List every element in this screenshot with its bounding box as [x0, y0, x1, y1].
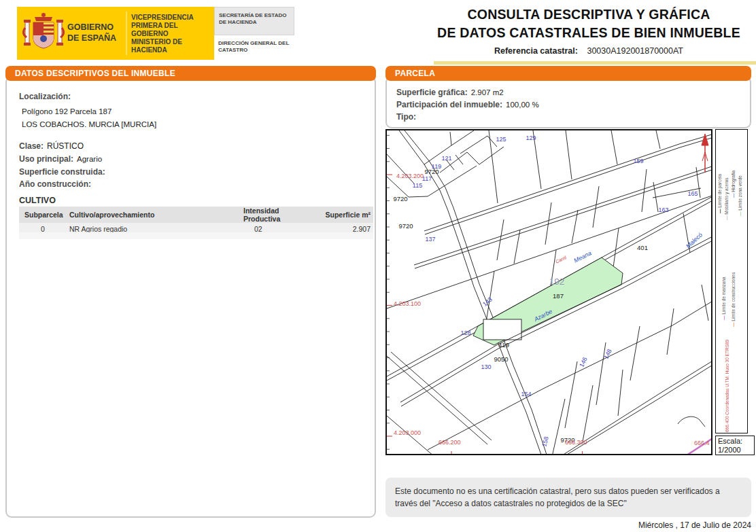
legend-entry: — Límite zona verde [738, 133, 743, 216]
legend-entry: — Límite de construcciones [732, 234, 736, 327]
participacion-label: Participación del inmueble: [396, 100, 502, 109]
col-subparcela: Subparcela [19, 207, 67, 223]
disclaimer-box: Este documento no es una certificación c… [385, 478, 751, 517]
map-label: 4.203.200 [396, 173, 424, 179]
document-title-line2: DE DATOS CATASTRALES DE BIEN INMUEBLE [422, 25, 756, 41]
government-logo-band: GOBIERNO DE ESPAÑA VICEPRESIDENCIA PRIME… [17, 7, 214, 60]
escala-value: 1/2000 [718, 446, 754, 455]
tipo-value [416, 112, 419, 122]
map-label: 666.200 [439, 439, 461, 446]
uso-label: Uso principal: [19, 154, 73, 164]
map-label: 128 [460, 330, 470, 336]
anio-construccion-label: Año construcción: [19, 179, 91, 189]
map-label: 121 [441, 155, 451, 162]
logo-divider [126, 12, 127, 55]
map-label: 159 [633, 158, 643, 164]
col-intensidad: Intensidad Productiva [241, 207, 319, 223]
gobierno-espana-label: GOBIERNO DE ESPAÑA [67, 22, 123, 43]
tipo-label: Tipo: [396, 112, 416, 122]
legend-swatch: — [724, 215, 729, 220]
escala-label: Escala: [718, 437, 754, 446]
localizacion-line2: LOS COBACHOS. MURCIA [MURCIA] [22, 120, 156, 128]
document-title-line1: CONSULTA DESCRIPTIVA Y GRÁFICA [422, 7, 756, 22]
cultivo-header-row: Subparcela Cultivo/aprovechamiento Inten… [19, 207, 373, 223]
uso-value: Agrario [73, 155, 102, 163]
localizacion-label: Localización: [19, 92, 71, 101]
map-label: 9050 [494, 355, 508, 363]
superficie-construida-label: Superficie construida: [19, 167, 105, 177]
document-date: Miércoles , 17 de Julio de 2024 [385, 520, 751, 530]
col-cultivo: Cultivo/aprovechamiento [67, 207, 241, 223]
map-label: 419 [498, 341, 509, 349]
uso-row: Uso principal:Agrario [19, 154, 102, 164]
referencia-catastral: Referencia catastral: 30030A192001870000… [422, 46, 756, 56]
map-label: 9720 [393, 195, 407, 202]
map-label: 125 [496, 136, 506, 143]
direccion-general-label: DIRECCIÓN GENERAL DEL CATASTRO [214, 35, 294, 60]
participacion-row: Participación del inmueble:100,00 % [396, 100, 539, 109]
map-label: 192 [549, 277, 565, 287]
clase-row: Clase:RÚSTICO [19, 141, 84, 151]
superficie-grafica-value: 2.907 m2 [468, 88, 504, 96]
yellow-divider [434, 61, 756, 65]
map-label: 137 [425, 236, 435, 243]
cultivo-title: CULTIVO [19, 196, 56, 205]
col-superficie: Superficie m² [319, 207, 373, 223]
superficie-construida-row: Superficie construida: [19, 167, 109, 177]
superficie-construida-value [105, 167, 109, 177]
legend-swatch: — [717, 208, 722, 213]
legend-entry: — Mobiliario y aceras [725, 133, 729, 220]
map-label: 187 [553, 292, 564, 300]
map-label: 115 [413, 182, 422, 189]
vicepresidencia-label: VICEPRESIDENCIA PRIMERA DEL GOBIERNO [131, 14, 213, 38]
left-panel-header: DATOS DESCRIPTIVOS DEL INMUEBLE [5, 66, 376, 81]
legend-entry: — Límite de manzana [722, 234, 727, 320]
map-label: 130 [481, 363, 491, 370]
ministerio-label: MINISTERIO DE HACIENDA [131, 38, 213, 54]
cadastral-map: 1251291211191171151591651631371431281301… [385, 129, 712, 455]
map-label: 163 [658, 207, 668, 213]
map-label: 129 [526, 135, 536, 141]
spain-coat-of-arms-icon [22, 12, 65, 55]
cadastral-document: GOBIERNO DE ESPAÑA VICEPRESIDENCIA PRIME… [0, 0, 756, 532]
superficie-grafica-label: Superficie gráfica: [396, 88, 468, 97]
map-label: 4.203.000 [394, 429, 421, 436]
map-label: 154 [521, 391, 531, 397]
cultivo-table: Subparcela Cultivo/aprovechamiento Inten… [19, 207, 373, 234]
legend-swatch: — [738, 211, 742, 216]
utm-coordinates-note: 666.400 Coordenadas U.TM. Huso 30 ETRS89 [725, 325, 729, 432]
scale-box: Escala: 1/2000 [715, 436, 755, 455]
map-label: 9720 [424, 168, 439, 175]
left-panel-box: Localización: Polígono 192 Parcela 187 L… [5, 76, 376, 518]
north-arrow-icon [702, 134, 708, 173]
map-label: 4.203.100 [394, 300, 421, 307]
parcela-box: Superficie gráfica:2.907 m2 Participació… [385, 76, 751, 128]
map-label: 401 [637, 244, 648, 251]
legend-entry: — Hidrografía [732, 133, 736, 198]
secretaria-estado-label: SECRETARÍA DE ESTADO DE HACIENDA [214, 7, 294, 35]
map-label: 666.300 [565, 439, 587, 446]
clase-value: RÚSTICO [44, 141, 84, 151]
map-label: 9720 [398, 222, 413, 230]
participacion-value: 100,00 % [502, 101, 539, 109]
anio-construccion-row: Año construcción: [19, 179, 94, 189]
legend-swatch: — [721, 315, 726, 320]
legend-swatch: — [731, 192, 736, 198]
referencia-label: Referencia catastral: [494, 46, 578, 56]
legend-swatch: — [731, 321, 736, 327]
superficie-grafica-row: Superficie gráfica:2.907 m2 [396, 88, 504, 97]
map-label: 666.4 [694, 440, 710, 446]
right-panel-header: PARCELA [385, 66, 751, 81]
clase-label: Clase: [19, 141, 44, 151]
legend-entry: — Límite de parcela [718, 133, 723, 213]
referencia-value: 30030A192001870000AT [580, 46, 683, 56]
map-label: 165 [687, 190, 698, 197]
localizacion-line1: Polígono 192 Parcela 187 [22, 107, 111, 116]
parcel-lines [387, 130, 712, 455]
table-stripe [19, 232, 373, 239]
anio-construccion-value [91, 179, 94, 189]
tipo-row: Tipo: [396, 112, 419, 122]
